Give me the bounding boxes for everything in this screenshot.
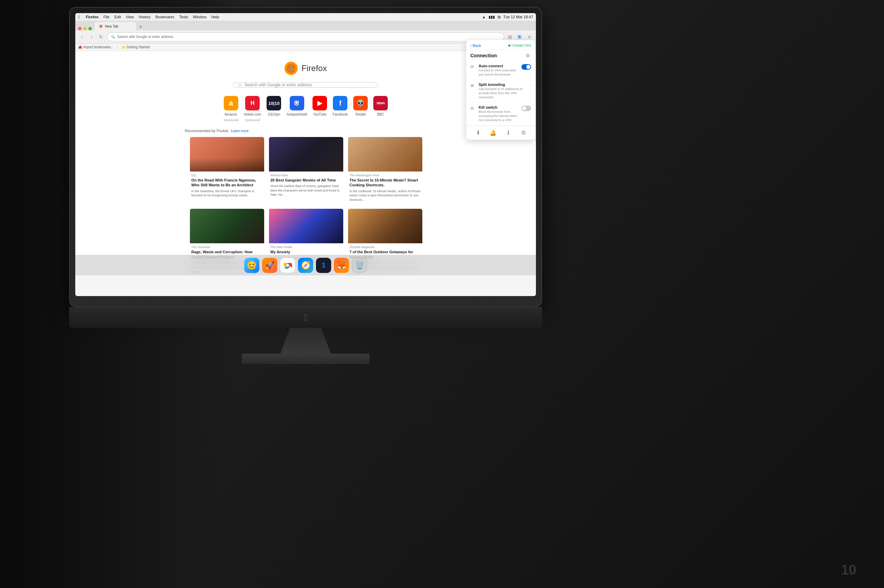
killswitch-toggle[interactable] <box>522 106 531 111</box>
top-site-bbc[interactable]: NEWS BBC <box>373 96 388 122</box>
dock-trash[interactable]: 🗑️ <box>352 258 367 273</box>
vpn-title-row: Connection ⚙ <box>466 50 535 61</box>
top-site-hotels[interactable]: H Hotels.com Sponsored <box>244 96 261 122</box>
battery-icon[interactable]: ▮▮▮ <box>489 15 495 20</box>
vpn-panel: ‹ Back CONNECTED Connection ⚙ <box>466 40 535 140</box>
article-card-3[interactable]: The Washington Post The Secret to 15-Min… <box>348 137 422 204</box>
menubar-file[interactable]: File <box>103 15 110 19</box>
killswitch-icon: ⊝ <box>470 106 476 111</box>
close-button[interactable] <box>78 27 81 30</box>
chevron-right-icon: › <box>530 84 531 87</box>
imac-frame:  Firefox File Edit View History Bookmar… <box>69 7 542 387</box>
article-source-2: Mental Floss <box>269 174 343 177</box>
menubar-datetime: Tue 12 Mar 18:47 <box>504 15 533 19</box>
top-site-facebook[interactable]: f Facebook <box>332 96 348 122</box>
newtab-search-bar[interactable]: ⊙ Search with Google or enter address <box>233 82 378 88</box>
search-icon: ⊙ <box>238 82 242 87</box>
menubar-view[interactable]: View <box>126 15 134 19</box>
browser-window: 🦊 New Tab + ‹ › ↻ 🔍 Search with Google o… <box>75 21 536 275</box>
autoconnect-icon: ⟳ <box>470 64 476 70</box>
vpn-back-button[interactable]: ‹ Back <box>470 44 481 48</box>
dock-1password[interactable]: 1 <box>316 258 331 273</box>
vpn-setting-killswitch-text: Kill switch Block the browser from acces… <box>479 105 519 122</box>
imac-stand-base <box>242 354 370 364</box>
menubar:  Firefox File Edit View History Bookmar… <box>75 13 536 21</box>
download-icon[interactable]: ⬇ <box>475 129 481 136</box>
toggle-knob <box>526 65 531 69</box>
browser-tab[interactable]: 🦊 New Tab <box>95 22 136 30</box>
svg-point-5 <box>286 264 289 267</box>
vpn-setting-autoconnect-text: Auto-connect Connect to VPN every time y… <box>479 64 519 76</box>
imac-screen:  Firefox File Edit View History Bookmar… <box>75 13 536 296</box>
vpn-setting-autoconnect: ⟳ Auto-connect Connect to VPN every time… <box>466 61 535 80</box>
dock-finder[interactable]: 😊 <box>244 258 259 273</box>
imac-chin:  <box>69 307 542 328</box>
gear-icon[interactable]: ⚙ <box>526 53 531 58</box>
article-title-1: On the Road With Francis Ngannou, Who St… <box>190 177 264 188</box>
vpn-connected-badge: CONNECTED <box>508 44 531 47</box>
menubar-bookmarks[interactable]: Bookmarks <box>155 15 174 19</box>
bookmark-getting-started[interactable]: ⭐ Getting Started <box>122 45 150 49</box>
top-sites: a Amazon Sponsored H Hotels.com Sponsore… <box>223 96 388 122</box>
menubar-history[interactable]: History <box>139 15 150 19</box>
article-desc-3: In the cookbook '15 Minute Meals,' autho… <box>348 188 422 204</box>
menubar-help[interactable]: Help <box>211 15 219 19</box>
minimize-button[interactable] <box>83 27 87 30</box>
article-source-6: Outside Magazine <box>348 245 422 249</box>
firefox-logo: Firefox <box>284 62 327 75</box>
article-desc-2: Since the earliest days of cinema, gangs… <box>269 183 343 199</box>
menubar-edit[interactable]: Edit <box>114 15 121 19</box>
top-site-hotspot[interactable]: ⛨ hotspotshield <box>287 96 307 122</box>
bookmark-item[interactable]: 📥 Import bookmarks... <box>78 45 114 49</box>
info-icon[interactable]: ℹ <box>505 129 512 136</box>
article-card-1[interactable]: GQ On the Road With Francis Ngannou, Who… <box>190 137 264 204</box>
apple-menu[interactable]:  <box>78 15 80 20</box>
maximize-button[interactable] <box>89 27 92 30</box>
vpn-setting-killswitch: ⊝ Kill switch Block the browser from acc… <box>466 102 535 125</box>
top-site-10ten[interactable]: 10|10 10|10pn <box>266 96 281 122</box>
split-tunneling-icon: ⊗ <box>470 83 476 88</box>
vpn-setting-split-tunneling[interactable]: ⊗ Split tunneling Add domains or IP addr… <box>466 80 535 102</box>
firefox-logo-icon <box>284 62 298 75</box>
new-tab-button[interactable]: + <box>137 23 144 30</box>
article-card-2[interactable]: Mental Floss 20 Best Gangster Movies of … <box>269 137 343 204</box>
control-center-icon[interactable]: ⊞ <box>498 15 501 20</box>
top-site-reddit[interactable]: 👽 Reddit <box>353 96 368 122</box>
forward-button[interactable]: › <box>88 33 95 41</box>
bell-icon[interactable]: 🔔 <box>490 129 496 136</box>
apple-logo-chin:  <box>304 312 307 323</box>
menubar-window[interactable]: Window <box>193 15 206 19</box>
imac-stand-neck <box>280 328 332 356</box>
address-bar[interactable]: 🔍 Search with Google or enter address <box>107 32 504 41</box>
search-icon: 🔍 <box>111 35 115 39</box>
top-site-youtube[interactable]: ▶ YouTube <box>313 96 327 122</box>
settings-icon[interactable]: ⚙ <box>520 129 527 136</box>
article-title-2: 20 Best Gangster Movies of All Time <box>269 177 343 183</box>
autoconnect-toggle[interactable] <box>522 64 531 70</box>
bookmark-separator: | <box>117 45 118 49</box>
dock: 😊 🚀 🧭 <box>75 255 536 275</box>
menubar-app-name[interactable]: Firefox <box>86 15 99 19</box>
dock-firefox[interactable]: 🦊 <box>334 258 349 273</box>
vpn-button[interactable]: ⛨ <box>516 33 523 41</box>
menu-button[interactable]: ≡ <box>526 33 533 41</box>
connected-dot <box>508 45 510 46</box>
vpn-panel-header: ‹ Back CONNECTED <box>466 40 535 50</box>
pocket-header: Recommended by Pocket Learn more <box>185 129 427 133</box>
wifi-icon[interactable]: ▲ <box>482 15 486 19</box>
top-site-amazon[interactable]: a Amazon Sponsored <box>223 96 239 122</box>
article-source-5: The New Yorker <box>269 245 343 249</box>
vpn-setting-split-text: Split tunneling Add domains or IP addres… <box>479 82 527 99</box>
dock-launchpad[interactable]: 🚀 <box>262 258 277 273</box>
pocket-learn-more[interactable]: Learn more <box>231 129 249 133</box>
address-text: Search with Google or enter address <box>117 35 173 39</box>
back-button[interactable]: ‹ <box>78 33 86 41</box>
reload-button[interactable]: ↻ <box>98 33 105 41</box>
dock-chrome[interactable] <box>280 258 295 273</box>
menubar-tools[interactable]: Tools <box>179 15 188 19</box>
dock-safari[interactable]: 🧭 <box>298 258 313 273</box>
article-source-1: GQ <box>190 174 264 177</box>
vpn-bottom-bar: ⬇ 🔔 ℹ ⚙ <box>466 126 535 140</box>
top-site-amazon-label: Amazon <box>224 112 237 116</box>
extensions-button[interactable]: ⊞ <box>506 33 514 41</box>
